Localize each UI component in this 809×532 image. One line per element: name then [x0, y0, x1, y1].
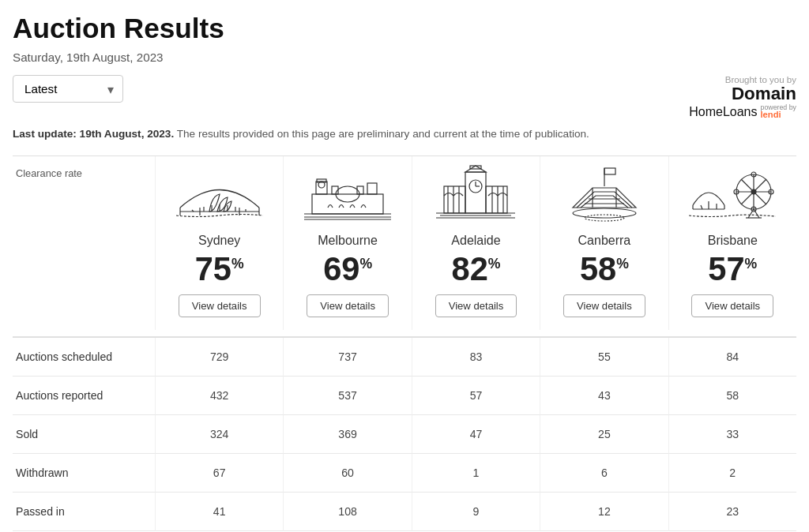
view-details-sydney[interactable]: View details — [179, 294, 261, 317]
stats-value-4-1: 108 — [283, 493, 411, 531]
stats-value-3-3: 6 — [540, 454, 668, 493]
view-details-brisbane[interactable]: View details — [691, 294, 773, 317]
stats-value-0-1: 737 — [283, 338, 411, 377]
filter-dropdown-wrap: LatestPrevious — [13, 75, 123, 103]
home-loans-brand: HomeLoans powered bylendi — [689, 104, 796, 120]
view-details-melbourne[interactable]: View details — [307, 294, 389, 317]
canberra-icon — [561, 164, 648, 227]
stats-value-1-2: 57 — [412, 377, 540, 415]
clearance-rate-canberra: 58% — [580, 253, 629, 286]
page-date: Saturday, 19th August, 2023 — [13, 51, 796, 64]
stats-value-3-1: 60 — [283, 454, 411, 493]
svg-line-58 — [754, 209, 759, 218]
stats-value-3-2: 1 — [412, 454, 540, 493]
stats-value-4-3: 12 — [540, 493, 668, 531]
melbourne-icon — [304, 164, 391, 227]
brisbane-icon — [689, 164, 776, 227]
stats-value-1-4: 58 — [668, 377, 796, 415]
svg-rect-29 — [486, 186, 507, 213]
stats-label-0: Auctions scheduled — [13, 338, 155, 377]
stats-value-0-3: 55 — [540, 338, 668, 377]
stats-value-1-1: 537 — [283, 377, 411, 415]
city-col-adelaide: Adelaide 82% View details — [412, 156, 540, 331]
city-name-brisbane: Brisbane — [708, 234, 758, 248]
svg-line-57 — [748, 209, 754, 218]
stats-value-2-0: 324 — [155, 415, 283, 454]
stats-label-2: Sold — [13, 415, 155, 454]
svg-line-63 — [701, 205, 702, 209]
stats-table: Auctions scheduled729737835584Auctions r… — [13, 336, 796, 531]
adelaide-icon — [432, 164, 519, 227]
filter-dropdown[interactable]: LatestPrevious — [13, 75, 123, 103]
clearance-rate-sydney: 75% — [195, 253, 244, 286]
stats-value-3-4: 2 — [668, 454, 796, 493]
city-name-sydney: Sydney — [198, 234, 240, 248]
city-grid: Clearance rate — [13, 155, 796, 331]
city-col-brisbane: Brisbane 57% View details — [668, 156, 796, 331]
stats-value-2-4: 33 — [668, 415, 796, 454]
clearance-rate-brisbane: 57% — [708, 253, 757, 286]
stats-label-3: Withdrawn — [13, 454, 155, 493]
city-name-canberra: Canberra — [578, 234, 631, 248]
stats-value-2-2: 47 — [412, 415, 540, 454]
svg-rect-12 — [312, 194, 383, 214]
update-text: Last update: 19th August, 2023. The resu… — [13, 128, 796, 140]
svg-rect-19 — [367, 183, 377, 194]
domain-brand: Domain — [732, 84, 796, 104]
city-name-adelaide: Adelaide — [451, 234, 500, 248]
stats-value-4-0: 41 — [155, 493, 283, 531]
clearance-rate-melbourne: 69% — [323, 253, 372, 286]
top-bar: LatestPrevious Brought to you by Domain … — [13, 75, 796, 120]
svg-point-41 — [573, 208, 636, 218]
stats-label-1: Auctions reported — [13, 377, 155, 415]
stats-value-2-3: 25 — [540, 415, 668, 454]
city-col-melbourne: Melbourne 69% View details — [283, 156, 411, 331]
stats-value-2-1: 369 — [283, 415, 411, 454]
view-details-canberra[interactable]: View details — [563, 294, 645, 317]
city-col-canberra: Canberra 58% View details — [540, 156, 668, 331]
svg-rect-40 — [604, 168, 615, 174]
stats-value-0-4: 84 — [668, 338, 796, 377]
clearance-rate-label: Clearance rate — [13, 156, 155, 331]
city-name-melbourne: Melbourne — [318, 234, 378, 248]
svg-rect-28 — [444, 186, 465, 213]
view-details-adelaide[interactable]: View details — [435, 294, 517, 317]
stats-value-3-0: 67 — [155, 454, 283, 493]
clearance-rate-adelaide: 82% — [452, 253, 501, 286]
stats-value-4-4: 23 — [668, 493, 796, 531]
stats-label-4: Passed in — [13, 493, 155, 531]
page-title: Auction Results — [13, 13, 796, 44]
city-col-sydney: Sydney 75% View details — [155, 156, 283, 331]
stats-value-1-0: 432 — [155, 377, 283, 415]
stats-value-0-0: 729 — [155, 338, 283, 377]
sydney-icon — [176, 164, 263, 227]
stats-value-0-2: 83 — [412, 338, 540, 377]
stats-value-4-2: 9 — [412, 493, 540, 531]
stats-value-1-3: 43 — [540, 377, 668, 415]
branding-block: Brought to you by Domain HomeLoans power… — [689, 75, 796, 120]
